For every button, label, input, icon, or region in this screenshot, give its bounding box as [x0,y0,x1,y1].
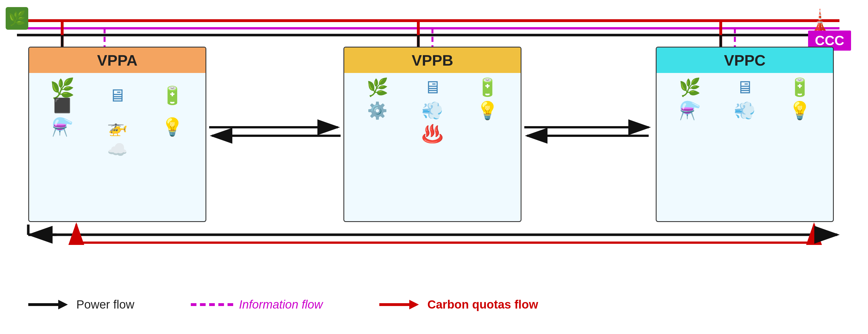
vpp-c-content: 🌿 🖥 🔋 ⚗️ 💨 💡 [657,73,833,125]
legend-information-flow: Information flow [191,298,322,311]
plant-icon: 🌿 [6,7,28,30]
vpp-a-box: VPPA 🌿⬛ 🖥 🔋 ⚗️ 🚁 💡 ☁️ [28,47,206,222]
power-flow-label: Power flow [76,298,134,311]
hydrogen-icon-a: ☁️ [107,142,127,158]
vpp-b-header: VPPB [344,48,521,73]
information-flow-label: Information flow [239,298,322,311]
vpp-a-content: 🌿⬛ 🖥 🔋 ⚗️ 🚁 💡 ☁️ [29,73,206,163]
vpp-c-header: VPPC [657,48,833,73]
legend-power-flow: Power flow [28,298,134,311]
battery-icon-c: 🔋 [789,79,811,96]
solar-icon-b: 🌿 [367,79,389,96]
carbon-flow-arrow [379,303,413,306]
nuclear-icon-a: ⚗️ [52,118,73,136]
monitor-icon-a: 🖥 [108,79,126,113]
bulb-icon-a: 💡 [161,118,183,136]
battery-icon-a: 🔋 [161,79,183,113]
carbon-flow-label: Carbon quotas flow [427,298,538,311]
battery-icon-b: 🔋 [476,79,498,96]
legend-carbon-flow: Carbon quotas flow [379,298,538,311]
power-flow-arrow [28,303,62,306]
diagram-container: 🌿 🗼 CCC VPPA 🌿⬛ 🖥 🔋 ⚗️ 🚁 💡 ☁️ VPPB 🌿 🖥 [0,0,868,334]
bulb-icon-c: 💡 [789,102,811,119]
turbine-icon-b: 💨 [422,102,443,119]
blimp-icon-a: 🚁 [107,118,127,136]
monitor-icon-b: 🖥 [424,79,441,96]
monitor-icon-c: 🖥 [736,79,753,96]
vpp-c-box: VPPC 🌿 🖥 🔋 ⚗️ 💨 💡 [656,47,834,222]
solar-icon-a: 🌿⬛ [50,79,74,113]
turbine-icon-c: 💨 [734,102,755,119]
vpp-b-content: 🌿 🖥 🔋 ⚙️ 💨 💡 ♨️ [344,73,521,148]
vpp-a-header: VPPA [29,48,206,73]
solar-icon-c: 🌿 [679,79,701,96]
bulb-icon-b: 💡 [476,102,498,119]
nuclear-icon-c: ⚗️ [679,102,701,119]
information-flow-line [191,303,233,306]
generator-icon-b: ⚙️ [367,102,388,119]
heat-icon-b: ♨️ [422,125,443,143]
legend: Power flow Information flow Carbon quota… [28,298,538,311]
vpp-b-box: VPPB 🌿 🖥 🔋 ⚙️ 💨 💡 ♨️ [343,47,522,222]
